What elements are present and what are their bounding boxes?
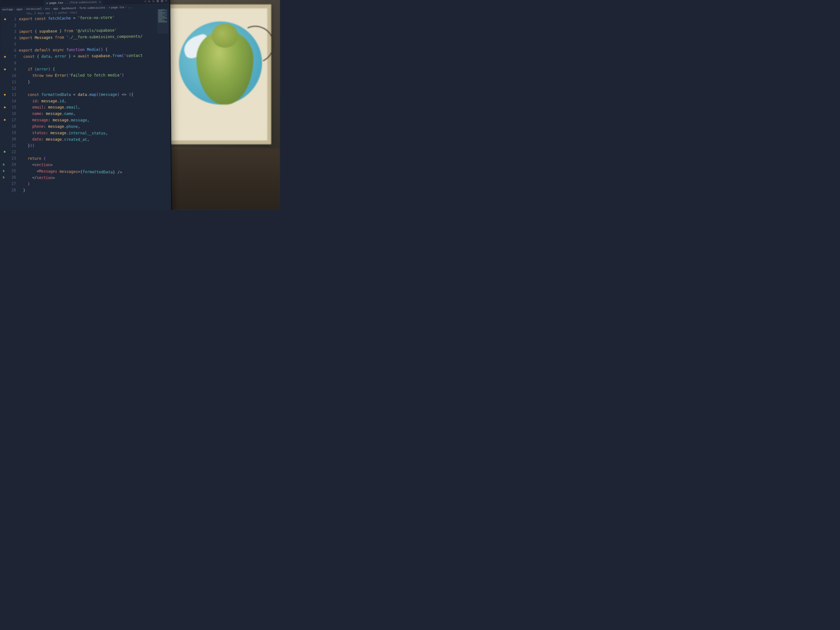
chevron-right-icon: › [125, 6, 127, 9]
minimap[interactable] [157, 9, 168, 34]
line-number[interactable]: 9 [9, 66, 16, 73]
line-number[interactable]: 17 [9, 117, 16, 123]
code-line[interactable]: throw new Error('Failed to fetch media') [19, 71, 170, 79]
breadcrumb-segment[interactable]: apps [16, 8, 23, 11]
line-number[interactable]: 6 [9, 47, 16, 54]
reload-icon[interactable]: ↻ [148, 0, 150, 3]
tab-path-hint: .../form-submissions [65, 0, 97, 4]
breadcrumb-overflow[interactable]: ... [128, 5, 133, 9]
breadcrumb-file[interactable]: page.tsx [111, 6, 124, 9]
code-line[interactable] [19, 85, 170, 92]
chevron-right-icon: › [43, 7, 44, 10]
close-icon[interactable]: × [99, 0, 101, 3]
line-number[interactable]: 18 [9, 123, 16, 129]
line-number[interactable]: 13 [9, 92, 16, 98]
code-line[interactable]: } [19, 78, 170, 85]
picture-frame [166, 5, 271, 144]
tab-filename: page.tsx [49, 1, 63, 5]
code-line[interactable]: phone: message.phone, [19, 123, 171, 130]
code-line[interactable]: id: message.id, [19, 98, 171, 104]
line-numbers-gutter: 1234567891011121314151617181920212223242… [8, 16, 19, 193]
line-number[interactable]: 8 [9, 60, 16, 66]
picture-wing [181, 33, 212, 60]
line-number[interactable]: 7 [9, 54, 16, 60]
chevron-right-icon: › [14, 8, 16, 11]
line-number[interactable]: 11 [9, 79, 16, 85]
code-line[interactable]: if (error) { [19, 65, 170, 73]
line-number[interactable]: 28 [8, 187, 16, 193]
code-line[interactable]: const formattedData = data.map((message)… [19, 91, 170, 98]
more-icon[interactable]: ⋯ [165, 0, 167, 2]
line-number[interactable]: 4 [9, 35, 16, 41]
nav-back-icon[interactable]: ◁ [144, 0, 146, 3]
line-number[interactable]: 5 [9, 41, 16, 47]
code-line[interactable]: status: message.internal__status, [19, 130, 171, 137]
reload-icon-2[interactable]: ↻ [153, 0, 155, 3]
line-number[interactable]: 1 [9, 16, 16, 22]
code-line[interactable]: message: message.message, [19, 117, 171, 124]
line-number[interactable]: 10 [9, 73, 16, 79]
code-line[interactable]: email: message.email, [19, 104, 171, 111]
line-number[interactable]: 23 [8, 155, 16, 162]
line-number[interactable]: 25 [8, 168, 16, 174]
gutter-letter-mark: R [3, 162, 5, 167]
breadcrumb-segment[interactable]: form-submissions [79, 6, 106, 9]
chevron-right-icon: › [24, 8, 25, 11]
code-area: RRR 123456789101112131415161718192021222… [0, 13, 171, 196]
gutter-marks: RRR [0, 16, 9, 193]
line-number[interactable]: 19 [8, 129, 16, 136]
editor-window: ⚛ page.tsx .../form-submissions × ◁ ↻ ↻ … [0, 0, 172, 210]
chevron-right-icon: › [77, 6, 78, 9]
gutter-dot-icon [4, 69, 6, 70]
line-number[interactable]: 12 [9, 85, 16, 92]
gutter-dot-icon [4, 151, 5, 153]
line-number[interactable]: 14 [9, 98, 16, 104]
line-number[interactable]: 21 [8, 142, 16, 148]
breadcrumb-segment[interactable]: dashboard [62, 6, 76, 10]
react-icon: ⚛ [46, 1, 48, 5]
desk-surface [166, 149, 280, 210]
line-number[interactable]: 16 [9, 111, 16, 117]
react-icon: ⚛ [109, 6, 111, 9]
picture-bow [231, 21, 279, 68]
breadcrumb-segment[interactable]: nextapp [2, 8, 13, 11]
breadcrumb-segment[interactable]: chroniconl [26, 7, 42, 11]
gutter-dot-icon [4, 56, 6, 58]
breadcrumb-segment[interactable]: app [54, 7, 58, 10]
line-number[interactable]: 20 [8, 136, 16, 142]
line-number[interactable]: 2 [9, 22, 16, 28]
line-number[interactable]: 22 [8, 149, 16, 155]
layout-icon[interactable]: ▤ [161, 0, 163, 2]
code-line[interactable]: date: message.created_at, [19, 136, 171, 144]
gutter-letter-mark: R [3, 175, 5, 180]
line-number[interactable]: 3 [9, 28, 16, 35]
code-line[interactable]: name: message.name, [19, 111, 171, 117]
breadcrumb-segment[interactable]: src [45, 7, 50, 10]
code-content[interactable]: export const fetchCache = 'force-no-stor… [19, 13, 171, 196]
gutter-dot-icon [4, 107, 6, 108]
split-editor-icon[interactable]: ▥ [157, 0, 159, 3]
chevron-right-icon: › [59, 7, 61, 10]
gutter-dot-icon [4, 119, 6, 121]
gutter-dot-icon [4, 18, 6, 20]
chevron-right-icon: › [51, 7, 52, 10]
line-number[interactable]: 24 [8, 161, 16, 168]
line-number[interactable]: 26 [8, 174, 16, 181]
picture-character [196, 30, 253, 104]
tab-actions: ◁ ↻ ↻ ▥ ▤ ⋯ [144, 0, 167, 3]
chevron-right-icon: › [106, 6, 108, 9]
picture-circle [179, 21, 262, 104]
gutter-dot-icon [4, 94, 6, 96]
tab-page-tsx[interactable]: ⚛ page.tsx .../form-submissions × [44, 0, 103, 6]
gutter-letter-mark: R [3, 169, 5, 174]
line-number[interactable]: 27 [8, 180, 16, 187]
line-number[interactable]: 15 [9, 104, 16, 111]
